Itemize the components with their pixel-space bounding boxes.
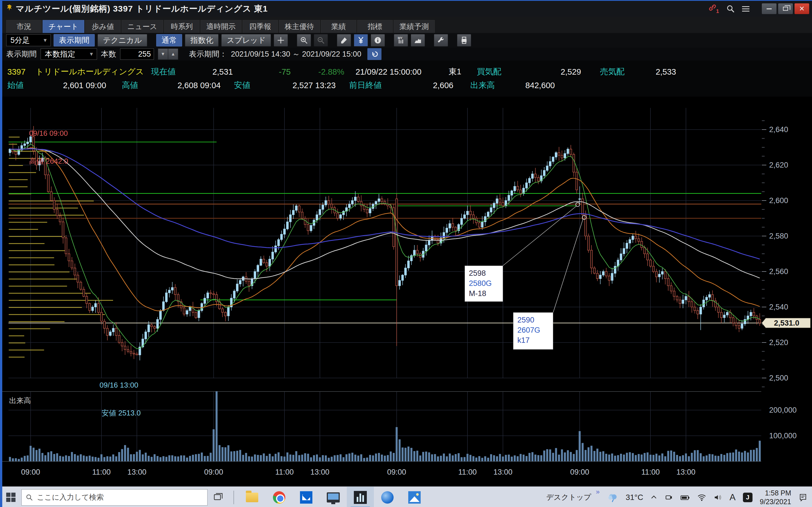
open-label: 始値 bbox=[7, 80, 38, 91]
ime-mode-a[interactable]: A bbox=[729, 492, 735, 503]
pencil-icon[interactable] bbox=[337, 34, 351, 47]
link-badge: 1 bbox=[716, 8, 719, 14]
bid-price: 2,529 bbox=[508, 67, 581, 76]
interval-dropdown[interactable]: 5分足 ▼ bbox=[6, 34, 51, 46]
weather-icon[interactable] bbox=[607, 492, 618, 503]
taskbar-app-remote-desktop[interactable] bbox=[320, 487, 347, 507]
task-view-button[interactable] bbox=[207, 487, 229, 507]
maximize-button[interactable] bbox=[778, 3, 793, 14]
quote-panel: 3397 トリドールホールディングス 現在値 2,531 -75 -2.88% … bbox=[2, 61, 812, 97]
price-change-pct: -2.88% bbox=[291, 67, 344, 76]
high-price: 2,608 bbox=[153, 81, 198, 90]
count-label: 本数 bbox=[101, 49, 116, 59]
high-label: 高値 bbox=[122, 80, 153, 91]
reset-period-button[interactable] bbox=[367, 48, 382, 60]
period-label: 表示期間 bbox=[6, 49, 37, 59]
svg-text:2,620: 2,620 bbox=[769, 161, 788, 169]
link-icon[interactable]: 1 bbox=[708, 3, 719, 14]
ask-label: 売気配 bbox=[600, 66, 631, 77]
moving-averages-layer bbox=[10, 144, 760, 349]
volume-value: 842,600 bbox=[507, 81, 555, 90]
my-chart-icon[interactable]: MY bbox=[394, 34, 408, 47]
svg-text:13:00: 13:00 bbox=[676, 468, 696, 476]
tab-9[interactable]: 指標 bbox=[357, 20, 393, 33]
bar-count-input[interactable]: 255 bbox=[120, 48, 154, 60]
period-bar: 表示期間 本数指定 ▼ 本数 255 ▼ ▲ 表示期間： 2021/09/15 … bbox=[2, 48, 812, 61]
notification-center-icon[interactable] bbox=[799, 493, 808, 502]
taskbar-app-file-explorer[interactable] bbox=[239, 487, 266, 507]
count-decrement-button[interactable]: ▼ bbox=[158, 48, 168, 60]
low-time: 13:23 bbox=[315, 81, 339, 90]
chevron-down-icon: ▼ bbox=[38, 38, 48, 43]
svg-text:13:00: 13:00 bbox=[310, 468, 329, 476]
camera-icon[interactable] bbox=[665, 493, 673, 502]
svg-text:09:00: 09:00 bbox=[21, 468, 40, 476]
yen-icon[interactable] bbox=[354, 34, 368, 47]
start-button[interactable] bbox=[0, 487, 21, 507]
tab-3[interactable]: ニュース bbox=[121, 20, 163, 33]
tab-10[interactable]: 業績予測 bbox=[394, 20, 435, 33]
tab-2[interactable]: 歩み値 bbox=[85, 20, 121, 33]
desktop-toolbar[interactable]: デスクトップ » bbox=[546, 492, 600, 502]
svg-text:2,640: 2,640 bbox=[769, 125, 788, 134]
toolbar-button[interactable]: 通常 bbox=[156, 34, 182, 47]
search-icon[interactable] bbox=[726, 4, 735, 13]
low-annotation: 09/16 13:00 安値 2513.0 bbox=[100, 362, 141, 436]
menu-icon[interactable] bbox=[742, 6, 749, 11]
pin-icon bbox=[6, 4, 13, 13]
period-mode-dropdown[interactable]: 本数指定 ▼ bbox=[41, 48, 97, 60]
tab-0[interactable]: 市況 bbox=[6, 20, 42, 33]
tab-bar: 市況チャート歩み値ニュース時系列適時開示四季報株主優待業績指標業績予測 bbox=[2, 17, 812, 33]
minimize-button[interactable] bbox=[762, 3, 776, 14]
windows-logo-icon bbox=[6, 493, 15, 502]
hidden-icons-chevron[interactable] bbox=[651, 494, 657, 501]
taskbar-app-chrome[interactable] bbox=[266, 487, 293, 507]
callout-box-1[interactable]: 25902607Gk17 bbox=[513, 313, 553, 349]
volume-icon[interactable] bbox=[714, 494, 722, 501]
info-icon[interactable] bbox=[371, 34, 385, 47]
taskbar-app-chart-app[interactable] bbox=[347, 487, 374, 507]
title-bar: マルチツール(個別銘柄) 3397 トリドールホールディングス 東1 1 ✕ bbox=[2, 1, 812, 17]
close-button[interactable]: ✕ bbox=[795, 3, 809, 14]
wifi-icon[interactable] bbox=[697, 494, 706, 501]
period-mode-value: 本数指定 bbox=[45, 49, 75, 59]
wrench-icon[interactable] bbox=[434, 34, 448, 47]
area-chart-icon[interactable] bbox=[411, 34, 425, 47]
open-price: 2,601 bbox=[38, 81, 84, 90]
tab-8[interactable]: 業績 bbox=[321, 20, 356, 33]
count-increment-button[interactable]: ▲ bbox=[168, 48, 178, 60]
low-label: 安値 bbox=[234, 80, 265, 91]
tab-5[interactable]: 適時開示 bbox=[200, 20, 242, 33]
taskbar-app-mail[interactable] bbox=[293, 487, 320, 507]
prev-close-label: 前日終値 bbox=[349, 80, 400, 91]
taskbar-app-photos[interactable] bbox=[401, 487, 428, 507]
temperature-label[interactable]: 31°C bbox=[626, 493, 644, 502]
tab-7[interactable]: 株主優待 bbox=[279, 20, 320, 33]
toolbar-button[interactable]: 指数化 bbox=[185, 34, 218, 47]
ma-short-line bbox=[10, 144, 760, 349]
taskbar-app-media-app[interactable] bbox=[374, 487, 401, 507]
ime-icon[interactable]: J bbox=[743, 493, 753, 502]
zoom-out-icon[interactable] bbox=[314, 34, 328, 47]
toolbar-button[interactable]: 表示期間 bbox=[54, 34, 95, 47]
battery-icon[interactable] bbox=[680, 494, 690, 501]
printer-icon[interactable] bbox=[457, 34, 471, 47]
svg-text:09:00: 09:00 bbox=[387, 468, 406, 476]
svg-text:09:00: 09:00 bbox=[570, 468, 589, 476]
taskbar-clock[interactable]: 1:58 PM 9/23/2021 bbox=[760, 489, 791, 506]
toolbar-button[interactable]: テクニカル bbox=[98, 34, 147, 47]
chart-toolbar: 5分足 ▼ 表示期間テクニカル通常指数化スプレッド MY bbox=[2, 33, 812, 48]
svg-text:11:00: 11:00 bbox=[92, 468, 111, 476]
tab-1[interactable]: チャート bbox=[43, 20, 84, 33]
chart-panel[interactable]: 2,6402,6202,6002,5802,5602,5402,5202,500… bbox=[2, 97, 812, 487]
tab-4[interactable]: 時系列 bbox=[164, 20, 200, 33]
zoom-in-icon[interactable] bbox=[297, 34, 311, 47]
toolbar-button[interactable]: スプレッド bbox=[221, 34, 271, 47]
crosshair-icon[interactable] bbox=[274, 34, 288, 47]
tab-6[interactable]: 四季報 bbox=[243, 20, 278, 33]
price-label: 現在値 bbox=[151, 66, 185, 77]
svg-text:2,500: 2,500 bbox=[769, 374, 788, 382]
taskbar-search-input[interactable]: ここに入力して検索 bbox=[21, 489, 207, 506]
svg-text:2,520: 2,520 bbox=[769, 338, 788, 347]
callout-box-0[interactable]: 25982580GM-18 bbox=[465, 266, 503, 302]
